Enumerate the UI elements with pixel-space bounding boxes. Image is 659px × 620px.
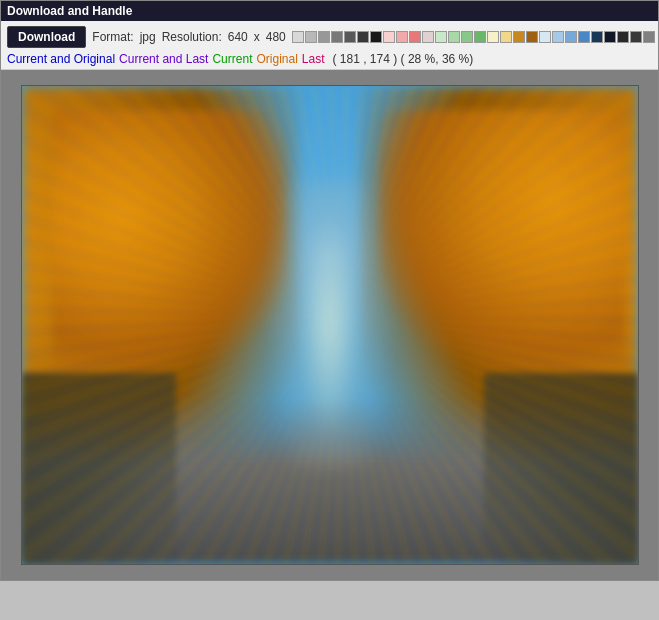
color-swatches [292, 31, 655, 43]
resolution-height: 480 [266, 30, 286, 44]
resolution-width: 640 [228, 30, 248, 44]
color-swatch[interactable] [435, 31, 447, 43]
current-link[interactable]: Current [212, 52, 252, 66]
resolution-label: Resolution: [162, 30, 222, 44]
app-window: Download and Handle Download Format: jpg… [0, 0, 659, 581]
window-title: Download and Handle [7, 4, 132, 18]
color-swatch[interactable] [461, 31, 473, 43]
color-swatch[interactable] [448, 31, 460, 43]
resolution-x: x [254, 30, 260, 44]
format-value: jpg [140, 30, 156, 44]
coords-text: ( 181 , 174 ) ( 28 %, 36 %) [333, 52, 474, 66]
color-swatch[interactable] [305, 31, 317, 43]
image-canvas [22, 86, 638, 564]
color-swatch[interactable] [604, 31, 616, 43]
color-swatch[interactable] [487, 31, 499, 43]
color-swatch[interactable] [292, 31, 304, 43]
download-button[interactable]: Download [7, 26, 86, 48]
color-swatch[interactable] [630, 31, 642, 43]
image-container [1, 70, 658, 580]
color-swatch[interactable] [552, 31, 564, 43]
color-swatch[interactable] [357, 31, 369, 43]
color-swatch[interactable] [591, 31, 603, 43]
title-bar: Download and Handle [1, 1, 658, 21]
color-swatch[interactable] [318, 31, 330, 43]
toolbar-row1: Download Format: jpg Resolution: 640 x 4… [7, 26, 652, 48]
current-and-last-link[interactable]: Current and Last [119, 52, 208, 66]
original-link[interactable]: Original [256, 52, 297, 66]
main-image [21, 85, 639, 565]
color-swatch[interactable] [513, 31, 525, 43]
zoom-rays [22, 86, 638, 564]
color-swatch[interactable] [409, 31, 421, 43]
last-link[interactable]: Last [302, 52, 325, 66]
color-swatch[interactable] [370, 31, 382, 43]
toolbar-row2: Current and Original Current and Last Cu… [7, 52, 652, 66]
color-swatch[interactable] [565, 31, 577, 43]
color-swatch[interactable] [396, 31, 408, 43]
color-swatch[interactable] [500, 31, 512, 43]
color-swatch[interactable] [617, 31, 629, 43]
color-swatch[interactable] [643, 31, 655, 43]
current-and-original-link[interactable]: Current and Original [7, 52, 115, 66]
toolbar: Download Format: jpg Resolution: 640 x 4… [1, 21, 658, 70]
color-swatch[interactable] [383, 31, 395, 43]
format-label: Format: [92, 30, 133, 44]
color-swatch[interactable] [344, 31, 356, 43]
color-swatch[interactable] [422, 31, 434, 43]
color-swatch[interactable] [474, 31, 486, 43]
color-swatch[interactable] [526, 31, 538, 43]
color-swatch[interactable] [331, 31, 343, 43]
color-swatch[interactable] [539, 31, 551, 43]
color-swatch[interactable] [578, 31, 590, 43]
